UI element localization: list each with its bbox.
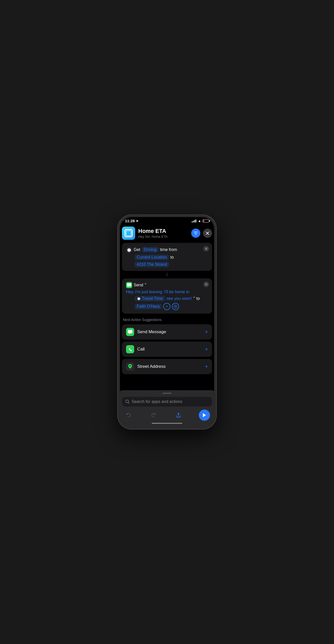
arrow-right-icon bbox=[174, 305, 177, 308]
add-recipient-button[interactable]: + bbox=[163, 303, 170, 310]
street-address-add-button[interactable]: + bbox=[205, 364, 208, 370]
action-card-2-text: Send " Hey, I'm just leaving. I'll be ho… bbox=[126, 282, 208, 294]
header-buttons bbox=[191, 229, 212, 238]
travel-time-dot: 🕐 bbox=[137, 297, 141, 301]
text-get: Get bbox=[134, 247, 140, 252]
signal-bars-icon bbox=[192, 219, 196, 222]
redo-button[interactable] bbox=[149, 411, 158, 420]
travel-time-token[interactable]: 🕐 Travel Time bbox=[135, 296, 165, 301]
action-card-2-line2: 🕐 Travel Time see you soon! " to Faith O… bbox=[126, 296, 208, 310]
status-icons: ▲ bbox=[192, 219, 209, 223]
search-icon bbox=[126, 400, 130, 404]
app-header: Home ETA Hey Siri, Home ETA bbox=[122, 225, 212, 243]
card-1-close-button[interactable] bbox=[203, 246, 209, 251]
app-subtitle: Hey Siri, Home ETA bbox=[138, 235, 188, 239]
bottom-panel: Search for apps and actions bbox=[118, 390, 216, 429]
suggestions-label: Next Action Suggestions bbox=[122, 316, 212, 324]
run-button[interactable] bbox=[199, 410, 210, 421]
filter-button[interactable] bbox=[191, 229, 200, 238]
undo-icon bbox=[126, 412, 131, 418]
token-destination[interactable]: 4210 The Strand bbox=[135, 262, 169, 267]
message-text: Hey, I'm just leaving. I'll be home in bbox=[126, 290, 189, 294]
notch bbox=[150, 215, 184, 223]
action-card-1-line2: Current Location to 4210 The Strand bbox=[126, 255, 208, 267]
close-icon bbox=[205, 283, 207, 286]
token-driving[interactable]: Driving bbox=[142, 247, 159, 253]
street-address-label: Street Address bbox=[137, 364, 202, 369]
suggestion-street-address[interactable]: Street Address + bbox=[122, 359, 212, 374]
travel-time-label: Travel Time bbox=[142, 296, 163, 301]
text-to-1: to bbox=[170, 255, 174, 260]
bottom-toolbar bbox=[122, 410, 212, 421]
close-button[interactable] bbox=[203, 229, 212, 238]
call-icon bbox=[126, 345, 134, 353]
app-title: Home ETA bbox=[138, 228, 188, 234]
battery-icon bbox=[203, 219, 209, 222]
messages-icon bbox=[126, 282, 132, 288]
app-icon bbox=[122, 227, 135, 240]
suggestion-send-message[interactable]: Send Message + bbox=[122, 324, 212, 340]
token-recipient[interactable]: Faith O'Hara bbox=[135, 304, 162, 309]
text-time-from: time from bbox=[160, 247, 177, 252]
location-arrow-icon: ➤ bbox=[136, 219, 138, 223]
call-add-button[interactable]: + bbox=[205, 346, 208, 352]
wifi-icon: ▲ bbox=[198, 219, 201, 223]
action-card-2: Send " Hey, I'm just leaving. I'll be ho… bbox=[122, 278, 212, 314]
send-message-icon bbox=[126, 328, 134, 336]
send-message-add-button[interactable]: + bbox=[205, 329, 208, 335]
app-icon-inner bbox=[124, 229, 133, 237]
app-title-block: Home ETA Hey Siri, Home ETA bbox=[138, 228, 188, 239]
call-label: Call bbox=[137, 347, 202, 352]
redo-icon bbox=[151, 412, 156, 418]
bottom-handle bbox=[162, 393, 172, 394]
share-button[interactable] bbox=[174, 411, 183, 420]
street-address-icon bbox=[126, 362, 134, 371]
action-card-1: 🕐 Get Driving time from Current Location… bbox=[122, 243, 212, 271]
send-message-label: Send Message bbox=[137, 329, 202, 334]
time-display: 11:28 bbox=[125, 219, 135, 223]
card-2-close-button[interactable] bbox=[203, 282, 209, 287]
filter-icon bbox=[193, 231, 198, 235]
suggestion-call[interactable]: Call + bbox=[122, 342, 212, 357]
close-icon bbox=[206, 232, 209, 235]
action-card-1-text: 🕐 Get Driving time from bbox=[126, 246, 208, 253]
share-icon bbox=[176, 412, 181, 418]
next-button[interactable] bbox=[172, 303, 179, 310]
svg-line-12 bbox=[128, 402, 130, 404]
home-indicator bbox=[152, 423, 182, 424]
close-quote: " bbox=[193, 296, 195, 301]
svg-point-10 bbox=[130, 365, 131, 367]
search-placeholder: Search for apps and actions bbox=[132, 399, 182, 404]
card-divider bbox=[167, 273, 167, 276]
token-current-location[interactable]: Current Location bbox=[135, 255, 169, 260]
phone-frame: 11:28 ➤ ▲ Home ETA Hey Siri, Home bbox=[117, 215, 217, 429]
text-see-you-soon: see you soon! bbox=[166, 296, 192, 301]
status-time: 11:28 ➤ bbox=[125, 219, 138, 223]
text-send: Send bbox=[134, 283, 143, 287]
search-bar[interactable]: Search for apps and actions bbox=[122, 397, 212, 407]
battery-fill bbox=[203, 220, 204, 222]
text-to-2: to bbox=[196, 296, 200, 301]
clock-icon: 🕐 bbox=[126, 247, 132, 253]
open-quote: " bbox=[145, 283, 146, 287]
play-icon bbox=[202, 413, 206, 417]
close-icon bbox=[205, 247, 207, 250]
undo-button[interactable] bbox=[124, 411, 133, 420]
